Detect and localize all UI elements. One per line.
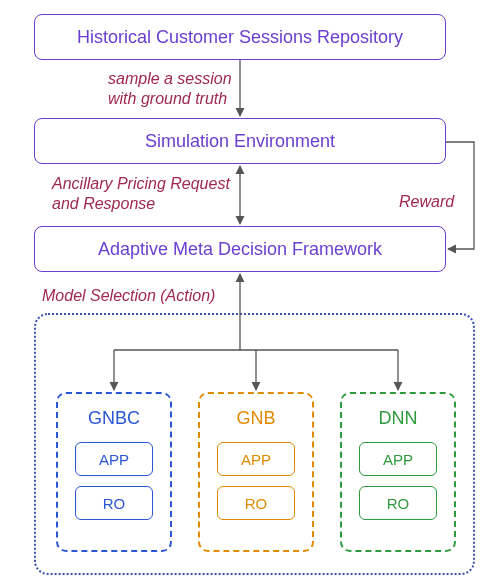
gnb-app: APP [217, 442, 295, 476]
gnbc-ro: RO [75, 486, 153, 520]
dnn-title: DNN [379, 408, 418, 429]
gnbc-title: GNBC [88, 408, 140, 429]
dnn-ro: RO [359, 486, 437, 520]
model-dnn: DNN APP RO [340, 392, 456, 552]
model-gnbc: GNBC APP RO [56, 392, 172, 552]
sim-text: Simulation Environment [145, 131, 335, 152]
sim-box: Simulation Environment [34, 118, 446, 164]
repo-text: Historical Customer Sessions Repository [77, 27, 403, 48]
label-reward: Reward [399, 192, 454, 212]
model-gnb: GNB APP RO [198, 392, 314, 552]
label-sample: sample a session with ground truth [108, 69, 232, 109]
label-reqresp: Ancillary Pricing Request and Response [52, 174, 230, 214]
framework-text: Adaptive Meta Decision Framework [98, 239, 382, 260]
gnb-ro: RO [217, 486, 295, 520]
dnn-app: APP [359, 442, 437, 476]
framework-box: Adaptive Meta Decision Framework [34, 226, 446, 272]
gnbc-app: APP [75, 442, 153, 476]
repo-box: Historical Customer Sessions Repository [34, 14, 446, 60]
gnb-title: GNB [236, 408, 275, 429]
label-action: Model Selection (Action) [42, 286, 215, 306]
